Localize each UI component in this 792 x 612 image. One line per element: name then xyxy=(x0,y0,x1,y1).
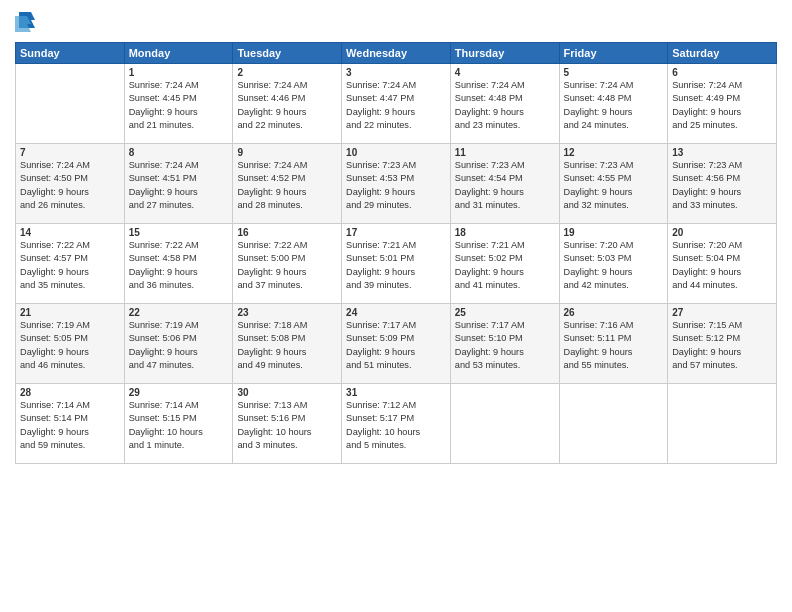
day-number: 27 xyxy=(672,307,772,318)
calendar-cell: 7Sunrise: 7:24 AM Sunset: 4:50 PM Daylig… xyxy=(16,144,125,224)
calendar-cell: 19Sunrise: 7:20 AM Sunset: 5:03 PM Dayli… xyxy=(559,224,668,304)
day-number: 20 xyxy=(672,227,772,238)
day-info: Sunrise: 7:19 AM Sunset: 5:06 PM Dayligh… xyxy=(129,319,229,372)
day-number: 22 xyxy=(129,307,229,318)
calendar-cell: 15Sunrise: 7:22 AM Sunset: 4:58 PM Dayli… xyxy=(124,224,233,304)
calendar-cell: 31Sunrise: 7:12 AM Sunset: 5:17 PM Dayli… xyxy=(342,384,451,464)
day-info: Sunrise: 7:13 AM Sunset: 5:16 PM Dayligh… xyxy=(237,399,337,452)
day-number: 10 xyxy=(346,147,446,158)
calendar-cell: 28Sunrise: 7:14 AM Sunset: 5:14 PM Dayli… xyxy=(16,384,125,464)
day-number: 8 xyxy=(129,147,229,158)
calendar-cell: 14Sunrise: 7:22 AM Sunset: 4:57 PM Dayli… xyxy=(16,224,125,304)
day-info: Sunrise: 7:22 AM Sunset: 4:57 PM Dayligh… xyxy=(20,239,120,292)
day-info: Sunrise: 7:15 AM Sunset: 5:12 PM Dayligh… xyxy=(672,319,772,372)
day-number: 13 xyxy=(672,147,772,158)
day-info: Sunrise: 7:14 AM Sunset: 5:15 PM Dayligh… xyxy=(129,399,229,452)
calendar-week-1: 7Sunrise: 7:24 AM Sunset: 4:50 PM Daylig… xyxy=(16,144,777,224)
calendar-cell: 11Sunrise: 7:23 AM Sunset: 4:54 PM Dayli… xyxy=(450,144,559,224)
calendar-cell: 1Sunrise: 7:24 AM Sunset: 4:45 PM Daylig… xyxy=(124,64,233,144)
day-number: 17 xyxy=(346,227,446,238)
day-info: Sunrise: 7:22 AM Sunset: 5:00 PM Dayligh… xyxy=(237,239,337,292)
calendar-week-0: 1Sunrise: 7:24 AM Sunset: 4:45 PM Daylig… xyxy=(16,64,777,144)
calendar-cell: 13Sunrise: 7:23 AM Sunset: 4:56 PM Dayli… xyxy=(668,144,777,224)
calendar-cell xyxy=(559,384,668,464)
calendar-cell: 2Sunrise: 7:24 AM Sunset: 4:46 PM Daylig… xyxy=(233,64,342,144)
day-info: Sunrise: 7:24 AM Sunset: 4:48 PM Dayligh… xyxy=(564,79,664,132)
day-number: 2 xyxy=(237,67,337,78)
day-info: Sunrise: 7:14 AM Sunset: 5:14 PM Dayligh… xyxy=(20,399,120,452)
day-info: Sunrise: 7:24 AM Sunset: 4:50 PM Dayligh… xyxy=(20,159,120,212)
day-number: 4 xyxy=(455,67,555,78)
day-number: 21 xyxy=(20,307,120,318)
day-info: Sunrise: 7:18 AM Sunset: 5:08 PM Dayligh… xyxy=(237,319,337,372)
day-info: Sunrise: 7:16 AM Sunset: 5:11 PM Dayligh… xyxy=(564,319,664,372)
header xyxy=(15,10,777,34)
day-info: Sunrise: 7:19 AM Sunset: 5:05 PM Dayligh… xyxy=(20,319,120,372)
calendar-cell xyxy=(450,384,559,464)
calendar-cell: 17Sunrise: 7:21 AM Sunset: 5:01 PM Dayli… xyxy=(342,224,451,304)
day-number: 3 xyxy=(346,67,446,78)
day-number: 24 xyxy=(346,307,446,318)
day-info: Sunrise: 7:22 AM Sunset: 4:58 PM Dayligh… xyxy=(129,239,229,292)
day-info: Sunrise: 7:12 AM Sunset: 5:17 PM Dayligh… xyxy=(346,399,446,452)
day-number: 9 xyxy=(237,147,337,158)
day-info: Sunrise: 7:21 AM Sunset: 5:01 PM Dayligh… xyxy=(346,239,446,292)
day-number: 12 xyxy=(564,147,664,158)
calendar-week-3: 21Sunrise: 7:19 AM Sunset: 5:05 PM Dayli… xyxy=(16,304,777,384)
day-number: 23 xyxy=(237,307,337,318)
day-info: Sunrise: 7:24 AM Sunset: 4:48 PM Dayligh… xyxy=(455,79,555,132)
day-number: 31 xyxy=(346,387,446,398)
header-cell-friday: Friday xyxy=(559,43,668,64)
day-info: Sunrise: 7:17 AM Sunset: 5:09 PM Dayligh… xyxy=(346,319,446,372)
calendar-cell: 26Sunrise: 7:16 AM Sunset: 5:11 PM Dayli… xyxy=(559,304,668,384)
calendar-cell: 8Sunrise: 7:24 AM Sunset: 4:51 PM Daylig… xyxy=(124,144,233,224)
header-cell-saturday: Saturday xyxy=(668,43,777,64)
day-info: Sunrise: 7:20 AM Sunset: 5:04 PM Dayligh… xyxy=(672,239,772,292)
calendar-cell: 12Sunrise: 7:23 AM Sunset: 4:55 PM Dayli… xyxy=(559,144,668,224)
day-info: Sunrise: 7:23 AM Sunset: 4:53 PM Dayligh… xyxy=(346,159,446,212)
calendar-week-2: 14Sunrise: 7:22 AM Sunset: 4:57 PM Dayli… xyxy=(16,224,777,304)
calendar-header: SundayMondayTuesdayWednesdayThursdayFrid… xyxy=(16,43,777,64)
header-row: SundayMondayTuesdayWednesdayThursdayFrid… xyxy=(16,43,777,64)
day-info: Sunrise: 7:20 AM Sunset: 5:03 PM Dayligh… xyxy=(564,239,664,292)
day-number: 29 xyxy=(129,387,229,398)
calendar-cell: 5Sunrise: 7:24 AM Sunset: 4:48 PM Daylig… xyxy=(559,64,668,144)
header-cell-sunday: Sunday xyxy=(16,43,125,64)
day-number: 28 xyxy=(20,387,120,398)
calendar-cell xyxy=(668,384,777,464)
logo xyxy=(15,10,37,34)
calendar-body: 1Sunrise: 7:24 AM Sunset: 4:45 PM Daylig… xyxy=(16,64,777,464)
calendar-cell: 30Sunrise: 7:13 AM Sunset: 5:16 PM Dayli… xyxy=(233,384,342,464)
day-number: 19 xyxy=(564,227,664,238)
day-info: Sunrise: 7:24 AM Sunset: 4:46 PM Dayligh… xyxy=(237,79,337,132)
calendar-cell: 23Sunrise: 7:18 AM Sunset: 5:08 PM Dayli… xyxy=(233,304,342,384)
day-number: 6 xyxy=(672,67,772,78)
day-number: 30 xyxy=(237,387,337,398)
day-info: Sunrise: 7:24 AM Sunset: 4:52 PM Dayligh… xyxy=(237,159,337,212)
calendar-cell xyxy=(16,64,125,144)
header-cell-monday: Monday xyxy=(124,43,233,64)
day-info: Sunrise: 7:24 AM Sunset: 4:45 PM Dayligh… xyxy=(129,79,229,132)
calendar-cell: 20Sunrise: 7:20 AM Sunset: 5:04 PM Dayli… xyxy=(668,224,777,304)
day-number: 18 xyxy=(455,227,555,238)
day-info: Sunrise: 7:24 AM Sunset: 4:51 PM Dayligh… xyxy=(129,159,229,212)
day-info: Sunrise: 7:23 AM Sunset: 4:54 PM Dayligh… xyxy=(455,159,555,212)
day-info: Sunrise: 7:17 AM Sunset: 5:10 PM Dayligh… xyxy=(455,319,555,372)
header-cell-tuesday: Tuesday xyxy=(233,43,342,64)
day-number: 11 xyxy=(455,147,555,158)
calendar-cell: 27Sunrise: 7:15 AM Sunset: 5:12 PM Dayli… xyxy=(668,304,777,384)
calendar-cell: 25Sunrise: 7:17 AM Sunset: 5:10 PM Dayli… xyxy=(450,304,559,384)
calendar-page: SundayMondayTuesdayWednesdayThursdayFrid… xyxy=(0,0,792,612)
day-number: 15 xyxy=(129,227,229,238)
calendar-week-4: 28Sunrise: 7:14 AM Sunset: 5:14 PM Dayli… xyxy=(16,384,777,464)
calendar-cell: 9Sunrise: 7:24 AM Sunset: 4:52 PM Daylig… xyxy=(233,144,342,224)
calendar-cell: 18Sunrise: 7:21 AM Sunset: 5:02 PM Dayli… xyxy=(450,224,559,304)
day-number: 1 xyxy=(129,67,229,78)
calendar-cell: 29Sunrise: 7:14 AM Sunset: 5:15 PM Dayli… xyxy=(124,384,233,464)
calendar-cell: 3Sunrise: 7:24 AM Sunset: 4:47 PM Daylig… xyxy=(342,64,451,144)
day-info: Sunrise: 7:23 AM Sunset: 4:56 PM Dayligh… xyxy=(672,159,772,212)
header-cell-wednesday: Wednesday xyxy=(342,43,451,64)
calendar-cell: 6Sunrise: 7:24 AM Sunset: 4:49 PM Daylig… xyxy=(668,64,777,144)
day-number: 7 xyxy=(20,147,120,158)
calendar-cell: 22Sunrise: 7:19 AM Sunset: 5:06 PM Dayli… xyxy=(124,304,233,384)
